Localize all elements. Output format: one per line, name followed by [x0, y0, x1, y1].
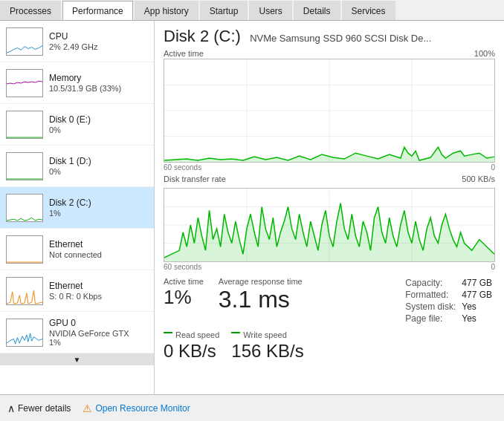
- capacity-label: Capacity:: [402, 277, 459, 289]
- disk1-label: Disk 1 (D:): [49, 156, 148, 166]
- system-disk-value: Yes: [459, 301, 495, 313]
- ethernet2-info: Ethernet S: 0 R: 0 Kbps: [49, 281, 148, 301]
- read-speed-label: Read speed: [175, 330, 219, 339]
- ethernet1-value: Not connected: [49, 250, 148, 259]
- active-time-stat: Active time 1%: [164, 277, 204, 309]
- response-time-label: Average response time: [219, 277, 303, 286]
- disk2-info: Disk 2 (C:) 1%: [49, 198, 148, 218]
- read-speed-block: Read speed 0 KB/s: [164, 330, 219, 362]
- disk2-thumbnail: [6, 194, 43, 222]
- tab-services[interactable]: Services: [342, 1, 395, 20]
- gpu0-label: GPU 0: [49, 318, 148, 328]
- open-resource-monitor-link[interactable]: ⚠ Open Resource Monitor: [83, 402, 190, 414]
- cpu-value: 2% 2.49 GHz: [49, 42, 148, 51]
- tab-performance[interactable]: Performance: [62, 1, 133, 20]
- active-time-label: Active time: [164, 277, 204, 286]
- disk-title: Disk 2 (C:) NVMe Samsung SSD 960 SCSI Di…: [164, 27, 431, 45]
- formatted-value: 477 GB: [459, 289, 495, 301]
- speed-row: Read speed 0 KB/s Write speed 156 KB/s: [164, 330, 495, 362]
- tab-processes[interactable]: Processes: [0, 1, 61, 20]
- sidebar-item-cpu[interactable]: CPU 2% 2.49 GHz: [0, 21, 154, 62]
- disk0-thumbnail: [6, 111, 43, 139]
- ethernet2-value: S: 0 R: 0 Kbps: [49, 292, 148, 301]
- memory-info: Memory 10.5/31.9 GB (33%): [49, 73, 148, 93]
- sidebar-item-ethernet1[interactable]: Ethernet Not connected: [0, 229, 154, 270]
- resource-monitor-icon: ⚠: [83, 402, 92, 414]
- chart-top-time-right: 0: [491, 163, 495, 172]
- transfer-rate-chart-container: Disk transfer rate 500 KB/s: [164, 174, 495, 271]
- chart-bottom-label-left: Disk transfer rate: [164, 174, 226, 183]
- sidebar-item-gpu0[interactable]: GPU 0 NVIDIA GeForce GTX1%: [0, 312, 154, 353]
- tab-app-history[interactable]: App history: [135, 1, 198, 20]
- capacity-value: 477 GB: [459, 277, 495, 289]
- gpu0-value: NVIDIA GeForce GTX1%: [49, 329, 148, 347]
- ethernet2-label: Ethernet: [49, 281, 148, 291]
- active-time-chart-container: Active time 100%: [164, 49, 495, 172]
- disk0-value: 0%: [49, 125, 148, 134]
- chart-top-time-row: 60 seconds 0: [164, 163, 495, 172]
- ethernet1-info: Ethernet Not connected: [49, 239, 148, 259]
- system-disk-label: System disk:: [402, 301, 459, 313]
- chart-top-time-left: 60 seconds: [164, 163, 201, 172]
- sidebar-item-ethernet2[interactable]: Ethernet S: 0 R: 0 Kbps: [0, 270, 154, 312]
- sidebar-scroll-down[interactable]: ▼: [0, 353, 154, 365]
- disk-info-table: Capacity: 477 GB Formatted: 477 GB Syste…: [402, 277, 495, 324]
- tab-bar: Processes Performance App history Startu…: [0, 0, 504, 21]
- cpu-label: CPU: [49, 31, 148, 42]
- disk2-label: Disk 2 (C:): [49, 198, 148, 208]
- disk2-value: 1%: [49, 209, 148, 218]
- tab-users[interactable]: Users: [249, 1, 291, 20]
- memory-thumbnail: [6, 69, 43, 97]
- write-speed-line-icon: [231, 332, 240, 338]
- write-speed-block: Write speed 156 KB/s: [231, 330, 303, 362]
- chevron-up-icon: ∧: [7, 402, 15, 414]
- write-speed-label: Write speed: [243, 330, 287, 339]
- disk0-label: Disk 0 (E:): [49, 114, 148, 125]
- chart-top-label-left: Active time: [164, 49, 204, 58]
- chart-bottom-label-right: 500 KB/s: [462, 174, 495, 183]
- cpu-info: CPU 2% 2.49 GHz: [49, 31, 148, 51]
- sidebar-item-disk1[interactable]: Disk 1 (D:) 0%: [0, 146, 154, 187]
- page-file-value: Yes: [459, 313, 495, 324]
- tab-startup[interactable]: Startup: [200, 1, 248, 20]
- response-time-stat: Average response time 3.1 ms: [219, 277, 303, 313]
- cpu-thumbnail: [6, 27, 43, 56]
- gpu0-thumbnail: [6, 319, 43, 347]
- sidebar-item-disk2[interactable]: Disk 2 (C:) 1%: [0, 187, 154, 229]
- right-panel: Disk 2 (C:) NVMe Samsung SSD 960 SCSI Di…: [155, 21, 504, 394]
- ethernet1-label: Ethernet: [49, 239, 148, 249]
- page-file-label: Page file:: [402, 313, 459, 324]
- active-time-value: 1%: [164, 286, 204, 309]
- transfer-rate-chart: [164, 188, 495, 262]
- chart-bottom-labels: Disk transfer rate 500 KB/s: [164, 174, 495, 183]
- write-speed-value: 156 KB/s: [231, 341, 303, 362]
- sidebar: CPU 2% 2.49 GHz Memory 10.5/31.9 GB (33%…: [0, 21, 155, 394]
- chart-bottom-time-left: 60 seconds: [164, 263, 201, 271]
- disk1-info: Disk 1 (D:) 0%: [49, 156, 148, 176]
- chart-top-label-right: 100%: [474, 49, 495, 58]
- bottom-bar: ∧ Fewer details ⚠ Open Resource Monitor: [0, 394, 504, 421]
- disk1-value: 0%: [49, 167, 148, 176]
- disk1-thumbnail: [6, 152, 43, 180]
- sidebar-item-disk0[interactable]: Disk 0 (E:) 0%: [0, 104, 154, 146]
- main-content: CPU 2% 2.49 GHz Memory 10.5/31.9 GB (33%…: [0, 21, 504, 394]
- memory-label: Memory: [49, 73, 148, 83]
- tab-details[interactable]: Details: [294, 1, 340, 20]
- ethernet2-thumbnail: [6, 277, 43, 305]
- read-speed-line-icon: [164, 332, 172, 338]
- gpu0-info: GPU 0 NVIDIA GeForce GTX1%: [49, 318, 148, 347]
- fewer-details-button[interactable]: ∧ Fewer details: [7, 402, 71, 414]
- read-speed-value: 0 KB/s: [164, 341, 219, 362]
- formatted-label: Formatted:: [402, 289, 459, 301]
- open-resource-monitor-label: Open Resource Monitor: [95, 403, 190, 414]
- sidebar-item-memory[interactable]: Memory 10.5/31.9 GB (33%): [0, 62, 154, 104]
- chart-bottom-time-right: 0: [491, 263, 495, 271]
- chart-top-labels: Active time 100%: [164, 49, 495, 58]
- chart-bottom-time-row: 60 seconds 0: [164, 263, 495, 271]
- fewer-details-label: Fewer details: [18, 403, 71, 414]
- active-time-chart: [164, 59, 495, 163]
- response-time-value: 3.1 ms: [219, 286, 303, 313]
- disk0-info: Disk 0 (E:) 0%: [49, 114, 148, 134]
- disk-model: NVMe Samsung SSD 960 SCSI Disk De...: [250, 33, 431, 44]
- ethernet1-thumbnail: [6, 235, 43, 264]
